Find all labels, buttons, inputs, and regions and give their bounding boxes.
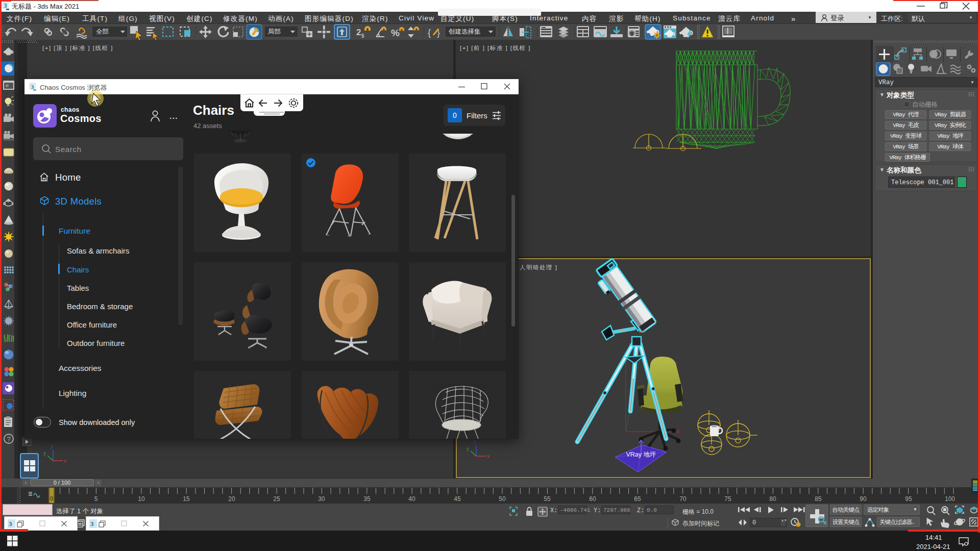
svg-text:75: 75 (724, 495, 731, 503)
svg-text:100: 100 (945, 495, 955, 503)
svg-text:35: 35 (363, 495, 371, 503)
svg-text:VRay 地坪: VRay 地坪 (626, 451, 656, 458)
svg-text:5: 5 (94, 495, 98, 503)
svg-text:90: 90 (860, 495, 867, 503)
svg-text:3: 3 (31, 84, 34, 90)
svg-text:x: x (487, 454, 489, 459)
svg-text:55: 55 (544, 495, 551, 503)
svg-text:20: 20 (228, 495, 235, 503)
svg-text:x: x (64, 458, 66, 464)
svg-text:y: y (467, 446, 469, 452)
svg-text:10: 10 (138, 495, 145, 503)
svg-text:70: 70 (679, 495, 687, 503)
svg-text:50: 50 (499, 495, 506, 503)
svg-text:60: 60 (589, 495, 596, 503)
svg-text:z: z (474, 439, 476, 445)
svg-text:15: 15 (183, 495, 190, 503)
svg-text:0: 0 (50, 495, 53, 502)
svg-text:40: 40 (408, 495, 415, 503)
svg-text:95: 95 (905, 495, 912, 503)
svg-text:85: 85 (815, 495, 822, 503)
svg-text:80: 80 (769, 495, 776, 503)
svg-text:y: y (43, 450, 46, 456)
svg-text:25: 25 (273, 495, 280, 503)
svg-text:30: 30 (318, 495, 325, 503)
svg-text:65: 65 (634, 495, 641, 503)
svg-text:z: z (51, 444, 53, 449)
svg-text:45: 45 (454, 495, 461, 503)
